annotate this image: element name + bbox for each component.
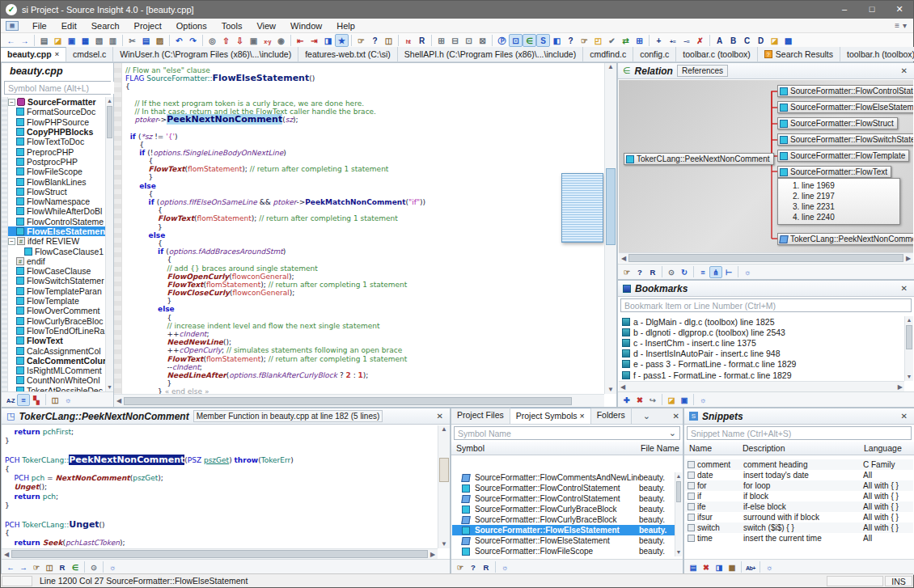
symbol-tree-item[interactable]: FlowElseStatement bbox=[8, 226, 105, 236]
help-doc-icon[interactable]: ? bbox=[633, 266, 646, 278]
menu-help[interactable]: Help bbox=[329, 19, 362, 32]
symbol-tree-item[interactable]: #endif bbox=[8, 256, 105, 266]
copy-icon[interactable]: ▤ bbox=[139, 34, 153, 47]
bookmark-item[interactable]: e - pass 3 - FormatLine - format.c line … bbox=[619, 359, 904, 370]
replace-icon[interactable]: x·y bbox=[260, 34, 274, 47]
refresh-icon[interactable]: ↻ bbox=[678, 266, 691, 278]
context-horizontal-scrollbar[interactable]: ◀ ▶ bbox=[2, 548, 438, 559]
relation-window-icon[interactable]: ∈ bbox=[523, 34, 536, 47]
symbol-tree-item[interactable]: FlowOverComment bbox=[8, 306, 105, 315]
bookmarks-horizontal-scrollbar[interactable]: ◀▶ bbox=[619, 381, 904, 391]
snippet-row[interactable]: commentcomment headingC Family bbox=[685, 459, 913, 470]
relation-horizontal-scrollbar[interactable]: ◀ ▶ bbox=[619, 252, 913, 263]
context-code-area[interactable]: return pchFirst;}PCH TokerCLang::PeekNex… bbox=[5, 428, 435, 548]
editor-vertical-scrollbar[interactable]: ▲ ▼ bbox=[604, 63, 616, 394]
close-button[interactable]: ✕ bbox=[886, 1, 913, 19]
column-description[interactable]: Description bbox=[743, 443, 864, 453]
menu-view[interactable]: View bbox=[249, 19, 283, 32]
symbol-row[interactable]: SourceFormatter::FlowControlStatementbea… bbox=[452, 483, 675, 493]
snippet-row[interactable]: ifeif-else blockAll with { } bbox=[685, 501, 913, 512]
relation-ref-node[interactable]: SourceFormatter::FlowElseStatement bbox=[777, 101, 913, 113]
delete-snippet-icon[interactable]: ✖ bbox=[700, 561, 713, 573]
column-language[interactable]: Language bbox=[864, 443, 914, 453]
menu-options[interactable]: Options bbox=[169, 19, 214, 32]
tab-folders[interactable]: Folders bbox=[591, 408, 632, 424]
minimize-button[interactable]: – bbox=[831, 1, 858, 19]
context-vertical-scrollbar[interactable]: ▲ ▼ bbox=[438, 425, 450, 548]
rename-icon[interactable]: Ab+ bbox=[744, 561, 757, 573]
tab-ShellAPI.h[interactable]: ShellAPI.h (C:\Program Files (x86)\...\i… bbox=[398, 47, 583, 61]
editor-horizontal-scrollbar[interactable]: ◀ bbox=[114, 394, 604, 407]
bookmark-item[interactable]: b - dlgnoti - dlgprop.c (toolbox) line 2… bbox=[619, 327, 904, 337]
relation-r-icon[interactable]: R bbox=[56, 561, 69, 573]
menu-tools[interactable]: Tools bbox=[214, 19, 250, 32]
settings-icon[interactable]: ☼ bbox=[696, 394, 709, 406]
snippet-row[interactable]: switchswitch ($i$) { }All with { } bbox=[685, 522, 913, 533]
symbol-tree-item[interactable]: −SourceFormatter bbox=[8, 97, 105, 107]
bookmark-item[interactable]: d - InsertIsInAutoPair - insert.c line 9… bbox=[619, 349, 904, 359]
symbol-tree-item[interactable]: IsRightMLComment bbox=[8, 366, 105, 375]
indent-add-icon[interactable]: + bbox=[652, 34, 666, 47]
tab-close-icon[interactable]: × bbox=[55, 48, 59, 61]
symbol-scrollbar-left[interactable] bbox=[2, 97, 8, 391]
symbols-scrollbar[interactable]: ▲▼ bbox=[675, 472, 682, 556]
settings-icon[interactable]: ☼ bbox=[61, 394, 74, 406]
tab-WinUser.h[interactable]: WinUser.h (C:\Program Files (x86)\...\in… bbox=[113, 47, 298, 61]
books-icon[interactable]: ◫ bbox=[382, 34, 396, 47]
snippet-row[interactable]: ifif blockAll with { } bbox=[685, 491, 913, 501]
relation-line-ref[interactable]: 4. line 2240 bbox=[793, 212, 895, 222]
snippet-row[interactable]: timeinsert the current timeAll bbox=[685, 533, 913, 544]
tab-toolbar.h[interactable]: toolbar.h (toolbox) bbox=[840, 47, 914, 61]
relation-r-icon[interactable]: R bbox=[646, 266, 659, 278]
lock-icon[interactable]: ⊙ bbox=[665, 266, 678, 278]
symbol-tree-item[interactable]: FlowToEndOfLineRa bbox=[8, 326, 105, 336]
bookmark-search-input[interactable] bbox=[621, 299, 911, 311]
bookmarks-close-icon[interactable]: ✕ bbox=[899, 284, 909, 293]
window-single-icon[interactable]: ⊟ bbox=[448, 34, 462, 47]
redo-icon[interactable]: ↷ bbox=[186, 34, 200, 47]
menu-chevron-icon[interactable]: ▾ bbox=[903, 21, 907, 30]
tab-project-symbols[interactable]: Project Symbols × bbox=[510, 408, 591, 424]
draft-view-icon[interactable]: ⊡ bbox=[509, 34, 523, 47]
bookmark-icon[interactable]: ★ bbox=[335, 34, 349, 47]
goto-bookmark-icon[interactable]: ↪ bbox=[646, 394, 659, 406]
snippets-close-icon[interactable]: ✕ bbox=[899, 412, 909, 421]
open-file-icon[interactable]: ◪ bbox=[51, 34, 65, 47]
new-snippet-icon[interactable]: ▤ bbox=[687, 561, 700, 573]
tab-close-icon[interactable]: × bbox=[578, 411, 585, 421]
settings-icon[interactable]: ☼ bbox=[741, 266, 754, 278]
symbol-tree-item[interactable]: FlowCaseClause bbox=[8, 266, 105, 276]
symbol-tree-item[interactable]: FlowTemplateParan bbox=[8, 286, 105, 296]
edit-snippet-icon[interactable]: ▩ bbox=[726, 561, 738, 573]
view-outline-icon[interactable]: ≡ bbox=[696, 266, 709, 278]
symbol-row[interactable]: SourceFormatter::FlowCurlyBraceBlockbeau… bbox=[452, 504, 675, 514]
lock-icon[interactable]: ⊙ bbox=[87, 561, 100, 573]
help-ref-icon[interactable]: ? bbox=[368, 34, 382, 47]
symbol-tree-item[interactable]: FlowFileScope bbox=[8, 167, 105, 176]
bookmark-item[interactable]: a - DlgMain - dlg.c (toolbox) line 1825 bbox=[619, 316, 904, 327]
touch-icon[interactable]: ☞ bbox=[578, 34, 591, 47]
symbol-row[interactable]: SourceFormatter::FlowFileScopebeauty. bbox=[452, 546, 675, 556]
relation-ref-node[interactable]: TokerCLang::PeekNextNonComment bbox=[777, 233, 913, 245]
symbol-tree-item[interactable]: FlowCaseClause1 bbox=[8, 246, 105, 256]
menu-window[interactable]: Window bbox=[283, 19, 329, 32]
menu-project[interactable]: Project bbox=[127, 19, 169, 32]
list-add-icon[interactable]: +≡ bbox=[666, 34, 679, 47]
help-doc-icon[interactable]: ? bbox=[467, 561, 480, 573]
search-files-icon[interactable]: ▣ bbox=[247, 34, 260, 47]
snippet-search-input[interactable] bbox=[688, 427, 911, 439]
project-symbol-search-input[interactable] bbox=[455, 427, 666, 439]
relation-root-node[interactable]: TokerCLang::PeekNextNonComment bbox=[624, 153, 774, 165]
symbol-tree-item[interactable]: FlowText bbox=[8, 336, 105, 345]
panel-tab-overflow-icon[interactable]: ⌄ bbox=[643, 408, 650, 424]
settings-icon[interactable]: ☼ bbox=[106, 561, 119, 573]
relation-line-ref[interactable]: 2. line 2197 bbox=[793, 191, 895, 201]
grid-window-icon[interactable]: ⊞ bbox=[633, 34, 646, 47]
save-all-icon[interactable]: ▦ bbox=[78, 34, 92, 47]
snippet-row[interactable]: forfor loopAll with { } bbox=[685, 480, 913, 491]
prev-result-icon[interactable]: ⇤ bbox=[294, 34, 307, 47]
relation-ref-node[interactable]: SourceFormatter::FlowText bbox=[777, 166, 891, 178]
snippet-row[interactable]: dateinsert today's dateAll bbox=[685, 470, 913, 480]
new-bookmark-icon[interactable]: ✚ bbox=[620, 394, 633, 406]
relation-r-icon[interactable]: R bbox=[480, 561, 493, 573]
